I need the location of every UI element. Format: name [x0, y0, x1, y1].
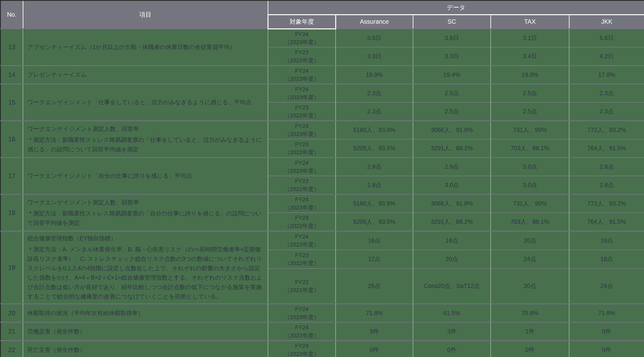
year-cell: FY24（2023年度） [268, 231, 336, 250]
year-fy: FY24 [268, 232, 336, 240]
value-cell-assurance: 3.6日 [336, 29, 413, 47]
item-cell: ワークエンゲイジメント測定人数、回答率＊測定方法：新職業性ストレス簡易調査票の「… [23, 121, 268, 158]
year-cell: FY24（2023年度） [268, 66, 336, 84]
year-jp: （2023年度） [268, 313, 336, 321]
value-cell-tax: 24点 [491, 250, 569, 268]
row-number-cell: 20 [0, 304, 23, 322]
value-cell-assurance: 5205人、93.5% [336, 139, 413, 158]
year-cell: FY23（2022年度） [268, 176, 336, 194]
value-cell-sc: Cons20点、SaT12点 [413, 268, 491, 304]
item-cell: 労働災害（発生件数） [23, 322, 268, 341]
value-cell-jkk: 2.8点 [569, 176, 644, 194]
value-cell-jkk: 71.8% [569, 304, 644, 322]
year-jp: （2023年度） [268, 350, 336, 357]
item-title: ワークエンゲイジメント「仕事をしていると、活力がみなぎるように感じる」平均点 [28, 98, 264, 107]
year-jp: （2022年度） [268, 112, 336, 120]
row-number-cell: 18 [0, 194, 23, 231]
item-note: ＊測定方法：新職業性ストレス簡易調査票の「仕事をしていると、活力がみなぎるように… [28, 135, 264, 154]
year-fy: FY23 [268, 177, 336, 185]
value-cell-jkk: 772人、93.2% [569, 194, 644, 213]
item-note: ＊測定方法：A. メンタル休業発生率、B. 脳・心疾患リスク（のべ長時間労働者率… [28, 245, 264, 301]
value-cell-jkk: 16点 [569, 231, 644, 250]
value-cell-assurance: 16点 [336, 231, 413, 250]
value-cell-assurance: 2.3点 [336, 102, 413, 121]
value-cell-assurance: 5180人、93.9% [336, 121, 413, 139]
row-number-cell: 15 [0, 84, 23, 121]
value-cell-jkk: 18点 [569, 250, 644, 268]
value-cell-sc: 3291人、88.2% [413, 139, 491, 158]
year-fy: FY24 [268, 122, 336, 130]
value-cell-assurance: 12点 [336, 250, 413, 268]
value-cell-tax: 3.0点 [491, 176, 569, 194]
value-cell-tax: 731人、90% [491, 194, 569, 213]
table-row: 21労働災害（発生件数）FY24（2023年度）3件3件1件0件 [0, 322, 644, 341]
value-cell-jkk: 24点 [569, 268, 644, 304]
year-cell: FY24（2023年度） [268, 29, 336, 47]
health-metrics-sheet: No. 項目 データ 対象年度 Assurance SC TAX JKK 13ア… [0, 0, 644, 357]
value-cell-jkk: 0件 [569, 322, 644, 341]
value-cell-sc: 3066人、91.8% [413, 194, 491, 213]
value-cell-jkk: 4.2日 [569, 47, 644, 66]
year-cell: FY24（2023年度） [268, 341, 336, 357]
year-jp: （2023年度） [268, 167, 336, 175]
column-header-no: No. [0, 1, 23, 29]
item-cell: ワークエンゲイジメント測定人数、回答率＊測定方法：新職業性ストレス簡易調査票の「… [23, 194, 268, 231]
row-number-cell: 22 [0, 341, 23, 357]
value-cell-sc: 0件 [413, 341, 491, 357]
year-jp: （2023年度） [268, 240, 336, 249]
value-cell-assurance: 0件 [336, 341, 413, 357]
year-cell: FY24（2023年度） [268, 158, 336, 176]
year-fy: FY24 [268, 305, 336, 313]
value-cell-sc: 20点 [413, 250, 491, 268]
row-number-cell: 17 [0, 158, 23, 194]
column-header-sc: SC [413, 15, 491, 29]
year-cell: FY24（2023年度） [268, 194, 336, 213]
column-header-jkk: JKK [569, 15, 644, 29]
value-cell-tax: 0件 [491, 341, 569, 357]
item-title: 総合健康管理指数（EY独自指標） [28, 234, 264, 243]
table-row: 19総合健康管理指数（EY独自指標）＊測定方法：A. メンタル休業発生率、B. … [0, 231, 644, 250]
item-cell: ワークエンゲイジメント「仕事をしていると、活力がみなぎるように感じる」平均点 [23, 84, 268, 121]
value-cell-sc: 3.0点 [413, 176, 491, 194]
value-cell-jkk: 2.3点 [569, 84, 644, 102]
value-cell-assurance: 19.9% [336, 66, 413, 84]
year-jp: （2022年度） [268, 185, 336, 193]
year-fy: FY23 [268, 140, 336, 148]
value-cell-assurance: 71.8% [336, 304, 413, 322]
value-cell-jkk: 5.6日 [569, 29, 644, 47]
column-header-item: 項目 [23, 1, 268, 29]
year-cell: FY24（2023年度） [268, 304, 336, 322]
value-cell-tax: 20点 [491, 231, 569, 250]
value-cell-jkk: 772人、93.2% [569, 121, 644, 139]
table-row: 13アブセンティーイズム（1か月以上の欠勤・休職者の休業日数の全従業員平均）FY… [0, 29, 644, 47]
column-header-assurance: Assurance [336, 15, 413, 29]
row-number-cell: 14 [0, 66, 23, 84]
year-fy: FY23 [268, 103, 336, 112]
value-cell-tax: 3.4日 [491, 47, 569, 66]
value-cell-sc: 3291人、88.2% [413, 213, 491, 231]
year-fy: FY24 [268, 159, 336, 167]
year-jp: （2022年度） [268, 56, 336, 64]
table-row: 18ワークエンゲイジメント測定人数、回答率＊測定方法：新職業性ストレス簡易調査票… [0, 194, 644, 213]
year-jp: （2023年度） [268, 75, 336, 83]
value-cell-assurance: 2.3点 [336, 84, 413, 102]
row-number-cell: 16 [0, 121, 23, 158]
table-row: 17ワークエンゲイジメント「自分の仕事に誇りを感じる」平均点FY24（2023年… [0, 158, 644, 176]
table-row: 22死亡災害（発生件数）FY24（2023年度）0件0件0件0件 [0, 341, 644, 357]
year-cell: FY23（2022年度） [268, 102, 336, 121]
table-row: 20休暇取得の状況（平均年次有給休暇取得率）FY24（2023年度）71.8%6… [0, 304, 644, 322]
value-cell-tax: 20点 [491, 268, 569, 304]
item-cell: 死亡災害（発生件数） [23, 341, 268, 357]
value-cell-sc: 3.3日 [413, 47, 491, 66]
year-fy: FY24 [268, 342, 336, 350]
year-cell: FY23（2022年度） [268, 250, 336, 268]
column-header-tax: TAX [491, 15, 569, 29]
value-cell-tax: 3.1日 [491, 29, 569, 47]
year-cell: FY24（2023年度） [268, 84, 336, 102]
year-jp: （2023年度） [268, 93, 336, 101]
value-cell-jkk: 2.3点 [569, 102, 644, 121]
value-cell-sc: 3066人、91.8% [413, 121, 491, 139]
row-number-cell: 13 [0, 29, 23, 66]
value-cell-tax: 731人、90% [491, 121, 569, 139]
year-cell: FY22（2021年度） [268, 268, 336, 304]
